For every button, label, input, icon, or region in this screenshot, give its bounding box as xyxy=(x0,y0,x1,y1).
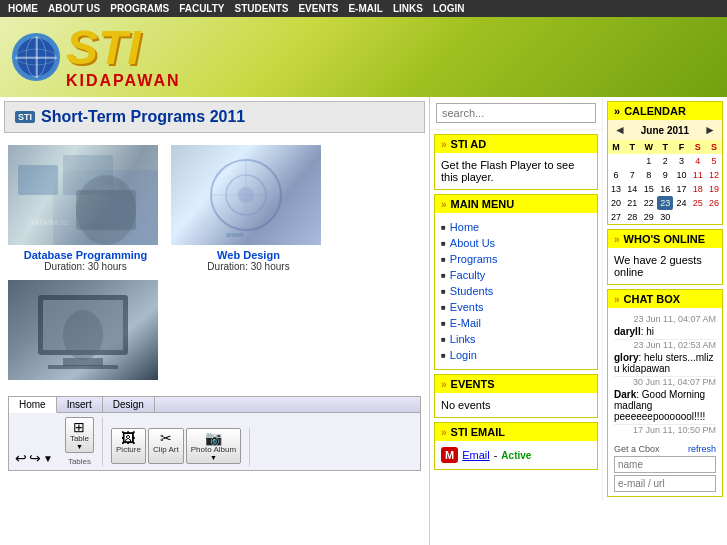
calendar-day[interactable]: 3 xyxy=(673,154,689,168)
nav-item-students[interactable]: STUDENTS xyxy=(235,3,289,14)
calendar-day[interactable]: 12 xyxy=(706,168,722,182)
menu-item-links[interactable]: ■ Links xyxy=(441,331,591,347)
menu-dot: ■ xyxy=(441,255,446,264)
ribbon-tab-home[interactable]: Home xyxy=(9,397,57,413)
calendar-day[interactable]: 30 xyxy=(657,210,673,224)
menu-item-about-us[interactable]: ■ About Us xyxy=(441,235,591,251)
calendar-day[interactable]: 19 xyxy=(706,182,722,196)
calendar-day[interactable]: 28 xyxy=(624,210,640,224)
menu-dot: ■ xyxy=(441,303,446,312)
sti-ad-header: » STI AD xyxy=(435,135,597,153)
sti-badge: STI xyxy=(15,111,35,123)
refresh-link[interactable]: refresh xyxy=(688,444,716,454)
calendar-days-header: MTWTFSS xyxy=(608,140,722,154)
clip-art-button[interactable]: ✂ Clip Art xyxy=(148,428,184,464)
menu-item-events[interactable]: ■ Events xyxy=(441,299,591,315)
calendar-day[interactable]: 16 xyxy=(657,182,673,196)
nav-item-links[interactable]: LINKS xyxy=(393,3,423,14)
calendar-week-row: 13141516171819 xyxy=(608,182,722,196)
calendar-day[interactable]: 23 xyxy=(657,196,673,210)
chat-user: juncool xyxy=(614,437,650,438)
search-input[interactable] xyxy=(436,103,596,123)
menu-item-faculty[interactable]: ■ Faculty xyxy=(441,267,591,283)
calendar-day[interactable]: 5 xyxy=(706,154,722,168)
calendar-day[interactable]: 11 xyxy=(690,168,706,182)
chat-user: Dark xyxy=(614,389,636,400)
cal-prev-button[interactable]: ◄ xyxy=(614,123,626,137)
menu-dot: ■ xyxy=(441,335,446,344)
calendar-day[interactable]: 15 xyxy=(640,182,657,196)
whos-online-title: WHO'S ONLINE xyxy=(624,233,705,245)
menu-item-home[interactable]: ■ Home xyxy=(441,219,591,235)
cbox-url-input[interactable] xyxy=(614,475,716,492)
cal-day-header-0: M xyxy=(608,140,624,154)
calendar-day[interactable]: 8 xyxy=(640,168,657,182)
calendar-day[interactable]: 2 xyxy=(657,154,673,168)
picture-label: Picture xyxy=(116,445,141,454)
photo-album-button[interactable]: 📷 Photo Album ▼ xyxy=(186,428,241,464)
calendar-day[interactable]: 22 xyxy=(640,196,657,210)
nav-item-home[interactable]: HOME xyxy=(8,3,38,14)
menu-dot: ■ xyxy=(441,271,446,280)
calendar-body: 1234567891011121314151617181920212223242… xyxy=(608,154,722,224)
menu-item-e-mail[interactable]: ■ E-Mail xyxy=(441,315,591,331)
program-2-title[interactable]: Web Design xyxy=(171,249,326,261)
ribbon-area: Home Insert Design ↩ ↪ ▼ ⊞ Table xyxy=(8,396,421,471)
sti-email-chevrons: » xyxy=(441,427,447,438)
chat-message-0: daryll: hi xyxy=(614,324,716,340)
nav-item-programs[interactable]: PROGRAMS xyxy=(110,3,169,14)
page-title-bar: STI Short-Term Programs 2011 xyxy=(4,101,425,133)
calendar-day[interactable]: 14 xyxy=(624,182,640,196)
menu-item-login[interactable]: ■ Login xyxy=(441,347,591,363)
nav-item-about-us[interactable]: ABOUT US xyxy=(48,3,100,14)
sti-ad-box: » STI AD Get the Flash Player to see thi… xyxy=(434,134,598,190)
events-content: No events xyxy=(435,393,597,417)
calendar-day[interactable]: 10 xyxy=(673,168,689,182)
chat-message-1: glory: helu sters...mliz u kidapawan xyxy=(614,350,716,377)
calendar-day[interactable]: 29 xyxy=(640,210,657,224)
email-link[interactable]: Email xyxy=(462,449,490,461)
program-thumb-2: www xyxy=(171,145,321,245)
nav-item-faculty[interactable]: FACULTY xyxy=(179,3,224,14)
ribbon-tab-design[interactable]: Design xyxy=(103,397,155,412)
ribbon-tabs: Home Insert Design xyxy=(9,397,420,413)
calendar-day[interactable]: 4 xyxy=(690,154,706,168)
table-button[interactable]: ⊞ Table ▼ xyxy=(65,417,94,453)
calendar-day[interactable]: 25 xyxy=(690,196,706,210)
photo-album-label: Photo Album xyxy=(191,445,236,454)
cbox-name-input[interactable] xyxy=(614,456,716,473)
cal-day-header-5: S xyxy=(690,140,706,154)
calendar-day xyxy=(690,210,706,224)
chat-time-2: 30 Jun 11, 04:07 PM xyxy=(614,377,716,387)
nav-item-events[interactable]: EVENTS xyxy=(298,3,338,14)
calendar-day[interactable]: 13 xyxy=(608,182,624,196)
calendar-day[interactable]: 1 xyxy=(640,154,657,168)
right-column: » STI AD Get the Flash Player to see thi… xyxy=(430,97,727,545)
menu-item-students[interactable]: ■ Students xyxy=(441,283,591,299)
calendar-nav: ◄ June 2011 ► xyxy=(608,120,722,140)
whos-online-message: We have 2 guests online xyxy=(614,254,702,278)
menu-item-programs[interactable]: ■ Programs xyxy=(441,251,591,267)
calendar-day[interactable]: 21 xyxy=(624,196,640,210)
cal-next-button[interactable]: ► xyxy=(704,123,716,137)
nav-item-e-mail[interactable]: E-MAIL xyxy=(348,3,382,14)
calendar-day[interactable]: 17 xyxy=(673,182,689,196)
nav-item-login[interactable]: LOGIN xyxy=(433,3,465,14)
program-1-title[interactable]: Database Programming xyxy=(8,249,163,261)
calendar-day[interactable]: 9 xyxy=(657,168,673,182)
picture-icon: 🖼 xyxy=(121,431,135,445)
get-cbox-label[interactable]: Get a Cbox xyxy=(614,444,660,454)
calendar-day[interactable]: 26 xyxy=(706,196,722,210)
calendar-day[interactable]: 20 xyxy=(608,196,624,210)
picture-button[interactable]: 🖼 Picture xyxy=(111,428,146,464)
right-main: » STI AD Get the Flash Player to see thi… xyxy=(430,97,602,501)
calendar-day[interactable]: 18 xyxy=(690,182,706,196)
calendar-day[interactable]: 27 xyxy=(608,210,624,224)
chat-box-title: CHAT BOX xyxy=(624,293,681,305)
cal-month-label: June 2011 xyxy=(641,125,689,136)
calendar-day[interactable]: 6 xyxy=(608,168,624,182)
ribbon-tab-insert[interactable]: Insert xyxy=(57,397,103,412)
calendar-day[interactable]: 24 xyxy=(673,196,689,210)
calendar-day[interactable]: 7 xyxy=(624,168,640,182)
chat-time-1: 23 Jun 11, 02:53 AM xyxy=(614,340,716,350)
